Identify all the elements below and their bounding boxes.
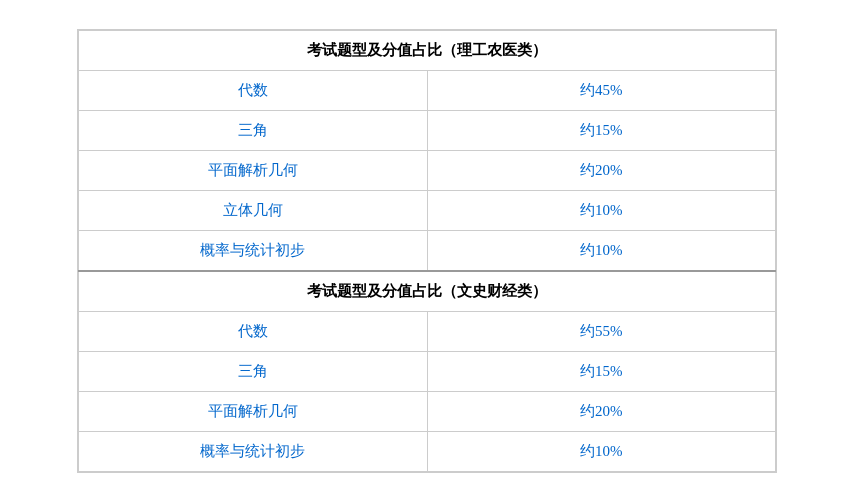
table-row: 三角 约15%: [79, 351, 776, 391]
subject-cell: 三角: [79, 110, 428, 150]
percent-cell: 约20%: [427, 150, 776, 190]
table-row: 代数 约45%: [79, 70, 776, 110]
table-row: 立体几何 约10%: [79, 190, 776, 230]
table1-header-row: 考试题型及分值占比（理工农医类）: [79, 30, 776, 70]
percent-cell: 约15%: [427, 351, 776, 391]
subject-cell: 概率与统计初步: [79, 230, 428, 271]
table-row: 三角 约15%: [79, 110, 776, 150]
subject-cell: 平面解析几何: [79, 150, 428, 190]
subject-cell: 概率与统计初步: [79, 431, 428, 471]
percent-cell: 约55%: [427, 311, 776, 351]
percent-cell: 约20%: [427, 391, 776, 431]
subject-cell: 代数: [79, 311, 428, 351]
subject-cell: 立体几何: [79, 190, 428, 230]
percent-cell: 约10%: [427, 230, 776, 271]
percent-cell: 约10%: [427, 190, 776, 230]
table-row: 概率与统计初步 约10%: [79, 230, 776, 271]
subject-cell: 三角: [79, 351, 428, 391]
percent-cell: 约15%: [427, 110, 776, 150]
exam-table: 考试题型及分值占比（理工农医类） 代数 约45% 三角 约15% 平面解析几何 …: [78, 30, 776, 472]
table-row: 平面解析几何 约20%: [79, 150, 776, 190]
table2-header-row: 考试题型及分值占比（文史财经类）: [79, 271, 776, 312]
table1-header: 考试题型及分值占比（理工农医类）: [79, 30, 776, 70]
table-row: 概率与统计初步 约10%: [79, 431, 776, 471]
subject-cell: 平面解析几何: [79, 391, 428, 431]
percent-cell: 约10%: [427, 431, 776, 471]
table2-header: 考试题型及分值占比（文史财经类）: [79, 271, 776, 312]
table-row: 平面解析几何 约20%: [79, 391, 776, 431]
table-row: 代数 约55%: [79, 311, 776, 351]
percent-cell: 约45%: [427, 70, 776, 110]
main-container: 考试题型及分值占比（理工农医类） 代数 约45% 三角 约15% 平面解析几何 …: [77, 29, 777, 473]
subject-cell: 代数: [79, 70, 428, 110]
